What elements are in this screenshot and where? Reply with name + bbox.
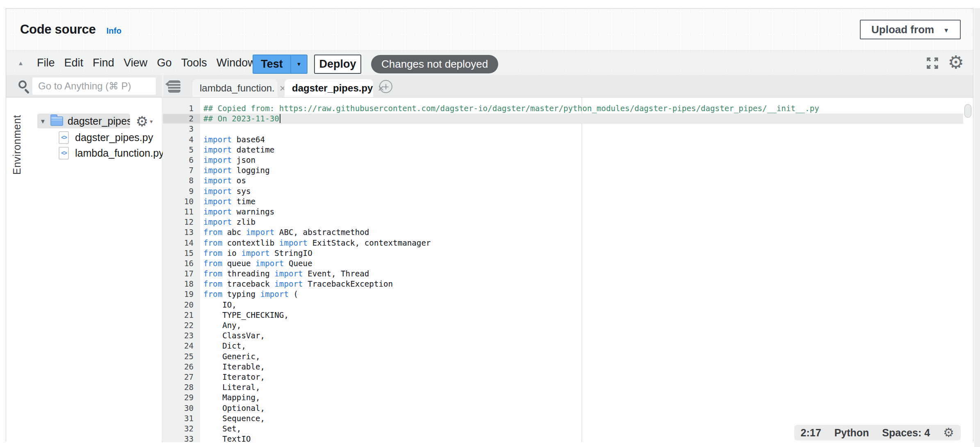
line-number[interactable]: 27 bbox=[163, 372, 200, 382]
line-number[interactable]: 4 bbox=[163, 135, 200, 144]
line-number[interactable]: 6 bbox=[163, 155, 200, 165]
code-line-28[interactable]: 28 Literal, bbox=[163, 382, 963, 392]
code-line-3[interactable]: 3 bbox=[163, 124, 963, 134]
line-number[interactable]: 5 bbox=[163, 145, 200, 155]
code-text[interactable]: import warnings bbox=[200, 207, 274, 217]
code-line-30[interactable]: 30 Optional, bbox=[163, 403, 963, 413]
code-line-31[interactable]: 31 Sequence, bbox=[163, 413, 963, 424]
code-text[interactable]: from threading import Event, Thread bbox=[200, 269, 369, 278]
test-button-label[interactable]: Test bbox=[253, 55, 291, 73]
line-number[interactable]: 20 bbox=[163, 300, 200, 310]
code-line-2[interactable]: 2## On 2023-11-30 bbox=[163, 114, 963, 124]
code-line-15[interactable]: 15from io import StringIO bbox=[163, 248, 963, 258]
code-editor[interactable]: 1## Copied from: https://raw.githubuserc… bbox=[163, 98, 973, 442]
code-text[interactable]: from traceback import TracebackException bbox=[200, 279, 393, 289]
line-number[interactable]: 33 bbox=[163, 434, 200, 442]
code-text[interactable]: TYPE_CHECKING, bbox=[200, 310, 289, 320]
code-text[interactable]: Iterator, bbox=[200, 372, 265, 382]
code-text[interactable]: IO, bbox=[200, 300, 237, 310]
code-text[interactable]: Any, bbox=[200, 321, 241, 330]
menu-item-tools[interactable]: Tools bbox=[181, 57, 207, 69]
code-text[interactable]: Generic, bbox=[200, 352, 260, 361]
line-number[interactable]: 19 bbox=[163, 290, 200, 299]
upload-from-button[interactable]: Upload from ▼ bbox=[860, 20, 961, 39]
code-line-24[interactable]: 24 Dict, bbox=[163, 341, 963, 351]
tree-file-lambda_function.py[interactable]: <>lambda_function.py bbox=[59, 145, 164, 161]
line-number[interactable]: 1 bbox=[163, 104, 200, 113]
code-line-5[interactable]: 5import datetime bbox=[163, 145, 963, 155]
test-button[interactable]: Test ▼ bbox=[253, 55, 308, 74]
line-number[interactable]: 25 bbox=[163, 352, 200, 361]
line-number[interactable]: 28 bbox=[163, 383, 200, 392]
vertical-scrollbar[interactable] bbox=[963, 98, 973, 442]
code-line-7[interactable]: 7import logging bbox=[163, 165, 963, 176]
line-number[interactable]: 17 bbox=[163, 269, 200, 278]
line-number[interactable]: 11 bbox=[163, 207, 200, 217]
code-line-23[interactable]: 23 ClassVar, bbox=[163, 331, 963, 341]
scrollbar-thumb[interactable] bbox=[964, 104, 971, 118]
collapse-menu-icon[interactable]: ▲ bbox=[18, 59, 24, 66]
code-line-8[interactable]: 8import os bbox=[163, 176, 963, 186]
tree-file-dagster_pipes.py[interactable]: <>dagster_pipes.py bbox=[59, 130, 164, 145]
fullscreen-icon[interactable] bbox=[925, 56, 940, 71]
code-text[interactable]: ## On 2023-11-30 bbox=[200, 114, 280, 123]
code-text[interactable]: Literal, bbox=[200, 383, 260, 392]
deploy-button[interactable]: Deploy bbox=[314, 55, 361, 74]
line-number[interactable]: 31 bbox=[163, 414, 200, 423]
line-number[interactable]: 3 bbox=[163, 124, 200, 134]
line-number[interactable]: 23 bbox=[163, 331, 200, 340]
test-dropdown-icon[interactable]: ▼ bbox=[291, 55, 307, 73]
code-line-4[interactable]: 4import base64 bbox=[163, 135, 963, 145]
code-text[interactable]: from queue import Queue bbox=[200, 259, 312, 268]
code-line-16[interactable]: 16from queue import Queue bbox=[163, 258, 963, 269]
code-text[interactable]: from contextlib import ExitStack, contex… bbox=[200, 238, 431, 248]
code-line-9[interactable]: 9import sys bbox=[163, 186, 963, 196]
menu-item-window[interactable]: Window bbox=[216, 57, 256, 69]
line-number[interactable]: 9 bbox=[163, 187, 200, 196]
line-number[interactable]: 24 bbox=[163, 341, 200, 351]
code-line-25[interactable]: 25 Generic, bbox=[163, 351, 963, 362]
line-number[interactable]: 12 bbox=[163, 217, 200, 227]
gear-icon[interactable]: ⚙ bbox=[948, 53, 964, 71]
code-text[interactable]: import os bbox=[200, 176, 246, 185]
line-number[interactable]: 26 bbox=[163, 362, 200, 372]
line-number[interactable]: 7 bbox=[163, 166, 200, 175]
line-number[interactable]: 15 bbox=[163, 249, 200, 258]
tab-lambda_function[interactable]: lambda_function.× bbox=[192, 79, 278, 97]
code-text[interactable]: Mapping, bbox=[200, 393, 260, 402]
code-text[interactable]: import zlib bbox=[200, 217, 255, 227]
line-number[interactable]: 14 bbox=[163, 238, 200, 248]
tab-dagster_pipes.py[interactable]: dagster_pipes.py× bbox=[284, 79, 374, 97]
code-line-12[interactable]: 12import zlib bbox=[163, 217, 963, 227]
code-line-20[interactable]: 20 IO, bbox=[163, 300, 963, 310]
code-text[interactable]: Set, bbox=[200, 424, 241, 433]
code-text[interactable]: ## Copied from: https://raw.githubuserco… bbox=[200, 104, 819, 113]
line-number[interactable]: 10 bbox=[163, 197, 200, 206]
code-line-17[interactable]: 17from threading import Event, Thread bbox=[163, 269, 963, 279]
code-line-21[interactable]: 21 TYPE_CHECKING, bbox=[163, 310, 963, 320]
menu-item-find[interactable]: Find bbox=[92, 57, 115, 69]
code-text[interactable]: import json bbox=[200, 155, 255, 165]
tree-settings-control[interactable]: ⚙ ▾ bbox=[136, 114, 153, 128]
code-text[interactable]: import sys bbox=[200, 187, 251, 196]
code-text[interactable]: from abc import ABC, abstractmethod bbox=[200, 228, 369, 237]
line-number[interactable]: 30 bbox=[163, 404, 200, 413]
line-number[interactable]: 18 bbox=[163, 279, 200, 289]
gear-icon[interactable]: ⚙ bbox=[943, 426, 954, 439]
menu-item-file[interactable]: File bbox=[36, 57, 55, 69]
menu-item-view[interactable]: View bbox=[123, 57, 148, 69]
new-tab-button[interactable]: + bbox=[379, 80, 392, 93]
code-line-19[interactable]: 19from typing import ( bbox=[163, 289, 963, 299]
language-mode[interactable]: Python bbox=[834, 427, 869, 439]
goto-anything-input[interactable] bbox=[32, 78, 156, 95]
code-line-11[interactable]: 11import warnings bbox=[163, 207, 963, 217]
line-number[interactable]: 21 bbox=[163, 310, 200, 320]
tab-list-icon[interactable] bbox=[168, 80, 180, 93]
code-line-26[interactable]: 26 Iterable, bbox=[163, 362, 963, 372]
code-text[interactable]: Optional, bbox=[200, 404, 265, 413]
code-text[interactable]: Sequence, bbox=[200, 414, 265, 423]
line-number[interactable]: 22 bbox=[163, 321, 200, 330]
line-number[interactable]: 16 bbox=[163, 259, 200, 268]
code-text[interactable]: from typing import ( bbox=[200, 290, 298, 299]
tree-folder-row[interactable]: ▼ dagster_pipes_funct bbox=[37, 114, 130, 128]
